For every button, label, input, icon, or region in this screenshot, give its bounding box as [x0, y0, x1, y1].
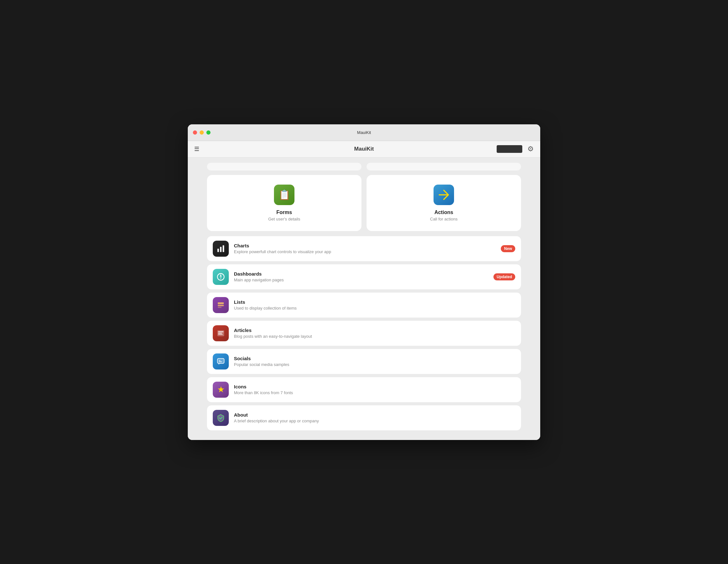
about-icon — [213, 410, 229, 426]
list-item-articles[interactable]: Articles Blog posts with an easy-to-navi… — [207, 321, 521, 346]
svg-rect-15 — [219, 360, 220, 361]
icons-title: Icons — [234, 384, 293, 389]
icons-icon: ★ — [213, 382, 229, 398]
socials-subtitle: Popular social media samples — [234, 362, 289, 367]
svg-rect-7 — [218, 304, 224, 306]
svg-rect-1 — [220, 247, 222, 252]
actions-title: Actions — [434, 210, 453, 215]
svg-rect-12 — [218, 334, 223, 335]
svg-marker-4 — [220, 274, 222, 277]
about-title: About — [234, 412, 319, 418]
svg-rect-8 — [218, 307, 222, 307]
svg-rect-13 — [218, 358, 224, 363]
shield-check-icon — [216, 413, 225, 422]
list-item-about[interactable]: About A brief description about your app… — [207, 405, 521, 430]
forms-subtitle: Get user's details — [268, 217, 300, 221]
about-subtitle: A brief description about your app or co… — [234, 419, 319, 423]
icons-text: Icons More than 8K icons from 7 fonts — [234, 384, 293, 395]
lists-text: Lists Used to display collection of item… — [234, 299, 297, 311]
arrow-icon — [438, 189, 449, 200]
list-item-lists[interactable]: Lists Used to display collection of item… — [207, 293, 521, 318]
forms-icon: 📋 — [274, 185, 294, 205]
dashboards-subtitle: Main app navigation pages — [234, 278, 284, 282]
titlebar-title: MauiKit — [357, 130, 371, 135]
articles-icon — [213, 325, 229, 341]
svg-rect-10 — [218, 331, 223, 332]
list-item-icons[interactable]: ★ Icons More than 8K icons from 7 fonts — [207, 377, 521, 402]
settings-icon[interactable]: ⚙ — [527, 145, 534, 153]
lists-icon — [213, 297, 229, 313]
toolbar-right: ⚙ — [497, 145, 534, 153]
svg-marker-5 — [220, 277, 222, 280]
traffic-lights — [193, 130, 211, 135]
toolbar-title: MauiKit — [354, 146, 374, 152]
list-item-dashboards[interactable]: Dashboards Main app navigation pages Upd… — [207, 264, 521, 289]
titlebar: MauiKit — [188, 124, 540, 141]
newspaper-icon — [216, 329, 225, 338]
chat-icon — [216, 357, 225, 366]
socials-icon — [213, 353, 229, 369]
card-forms[interactable]: 📋 Forms Get user's details — [207, 175, 361, 231]
charts-badge: New — [501, 245, 515, 252]
main-window: MauiKit ☰ MauiKit ⚙ 📋 Forms Get user's d… — [188, 124, 540, 440]
compass-icon — [216, 272, 225, 281]
list-item-charts[interactable]: Charts Explore powerfull chart controls … — [207, 236, 521, 261]
articles-title: Articles — [234, 328, 312, 333]
lists-subtitle: Used to display collection of items — [234, 306, 297, 311]
dashboards-title: Dashboards — [234, 271, 284, 277]
list-items: Charts Explore powerfull chart controls … — [207, 236, 521, 430]
toolbar-left: ☰ — [194, 146, 199, 152]
charts-icon — [213, 241, 229, 257]
list-item-socials[interactable]: Socials Popular social media samples — [207, 349, 521, 374]
charts-text: Charts Explore powerfull chart controls … — [234, 243, 331, 254]
list-icon — [216, 301, 225, 310]
svg-rect-11 — [218, 333, 222, 333]
socials-title: Socials — [234, 356, 289, 361]
charts-title: Charts — [234, 243, 331, 248]
about-text: About A brief description about your app… — [234, 412, 319, 423]
search-bar — [497, 145, 522, 153]
maximize-button[interactable] — [206, 130, 211, 135]
dashboards-text: Dashboards Main app navigation pages — [234, 271, 284, 282]
top-cards-row: 📋 Forms Get user's details Actions Call … — [207, 175, 521, 231]
toolbar: ☰ MauiKit ⚙ — [188, 141, 540, 158]
articles-subtitle: Blog posts with an easy-to-navigate layo… — [234, 334, 312, 339]
socials-text: Socials Popular social media samples — [234, 356, 289, 367]
svg-rect-16 — [219, 361, 222, 362]
lists-title: Lists — [234, 299, 297, 305]
content-area: 📋 Forms Get user's details Actions Call … — [188, 158, 540, 440]
bar-chart-icon — [216, 244, 225, 253]
minimize-button[interactable] — [200, 130, 204, 135]
svg-rect-0 — [218, 249, 219, 252]
articles-text: Articles Blog posts with an easy-to-navi… — [234, 328, 312, 339]
menu-button[interactable]: ☰ — [194, 146, 199, 152]
dashboards-icon — [213, 269, 229, 285]
actions-icon — [434, 185, 454, 205]
card-actions[interactable]: Actions Call for actions — [367, 175, 521, 231]
dashboards-badge: Updated — [493, 273, 515, 280]
svg-rect-2 — [223, 245, 224, 252]
actions-subtitle: Call for actions — [430, 217, 458, 221]
svg-rect-6 — [218, 302, 224, 304]
close-button[interactable] — [193, 130, 197, 135]
forms-title: Forms — [277, 210, 292, 215]
icons-subtitle: More than 8K icons from 7 fonts — [234, 390, 293, 395]
charts-subtitle: Explore powerfull chart controls to visu… — [234, 249, 331, 254]
